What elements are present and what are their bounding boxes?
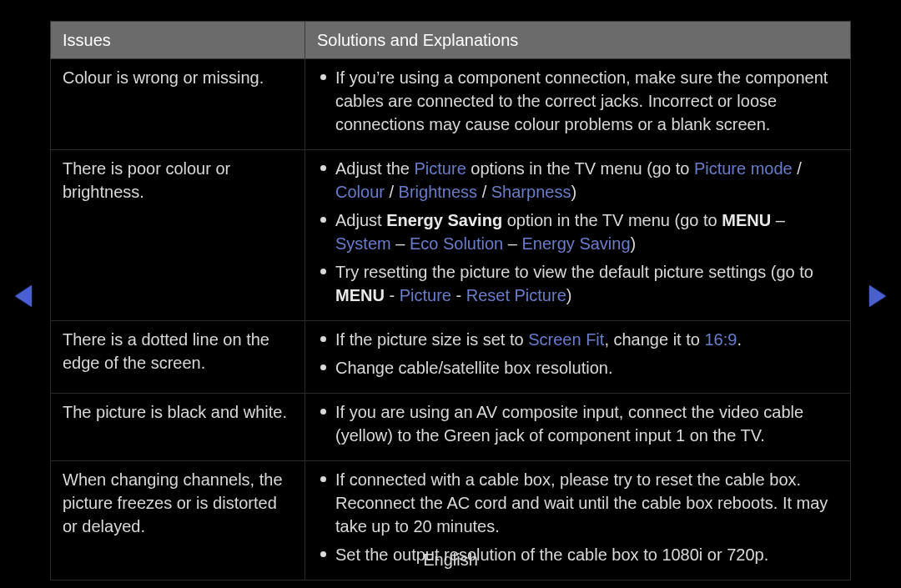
solution-item: Adjust Energy Saving option in the TV me…	[312, 209, 838, 255]
text-segment: option in the TV menu (go to	[502, 211, 722, 229]
solution-item: Change cable/satellite box resolution.	[312, 356, 838, 379]
solution-item: Adjust the Picture options in the TV men…	[312, 157, 838, 204]
text-segment: .	[737, 330, 742, 349]
bold-term: MENU	[335, 286, 385, 304]
next-page-arrow-icon[interactable]	[869, 285, 886, 307]
issue-cell: There is a dotted line on the edge of th…	[51, 321, 305, 393]
highlighted-term: Energy Saving	[521, 234, 630, 253]
solution-list: If you’re using a component connection, …	[312, 66, 838, 136]
text-segment: If the picture size is set to	[335, 330, 528, 349]
text-segment: /	[385, 183, 399, 201]
solution-item: Try resetting the picture to view the de…	[312, 260, 838, 307]
solution-list: If the picture size is set to Screen Fit…	[312, 328, 838, 379]
table-row: Colour is wrong or missing.If you’re usi…	[50, 59, 851, 150]
text-segment: /	[477, 183, 491, 201]
issue-cell: The picture is black and white.	[51, 394, 305, 460]
highlighted-term: System	[335, 234, 391, 253]
troubleshooting-table: Issues Solutions and Explanations Colour…	[50, 21, 851, 580]
text-segment: If you’re using a component connection, …	[335, 68, 828, 133]
prev-page-arrow-icon[interactable]	[15, 285, 32, 307]
solution-item: If you are using an AV composite input, …	[312, 400, 838, 447]
solution-cell: If you are using an AV composite input, …	[305, 394, 850, 460]
table-header: Issues Solutions and Explanations	[50, 21, 851, 59]
text-segment: -	[451, 286, 466, 304]
highlighted-term: Picture	[415, 159, 466, 178]
highlighted-term: Colour	[335, 183, 385, 201]
highlighted-term: Brightness	[399, 183, 478, 201]
text-segment: , change it to	[604, 330, 704, 349]
table-row: The picture is black and white.If you ar…	[50, 394, 851, 461]
highlighted-term: Picture	[400, 286, 451, 304]
highlighted-term: Sharpness	[491, 183, 571, 201]
issue-cell: There is poor colour or brightness.	[51, 150, 305, 320]
highlighted-term: Picture mode	[694, 159, 793, 178]
highlighted-term: Reset Picture	[466, 286, 566, 304]
text-segment: Adjust	[335, 211, 386, 229]
language-label: English	[0, 548, 901, 571]
header-solutions: Solutions and Explanations	[305, 22, 850, 58]
text-segment: –	[391, 234, 410, 253]
solution-cell: If the picture size is set to Screen Fit…	[305, 321, 850, 393]
text-segment: Change cable/satellite box resolution.	[335, 359, 612, 377]
bold-term: MENU	[722, 211, 771, 229]
text-segment: options in the TV menu (go to	[466, 159, 694, 178]
solution-cell: If you’re using a component connection, …	[305, 59, 850, 149]
text-segment: )	[571, 183, 576, 201]
text-segment: )	[631, 234, 637, 253]
text-segment: –	[503, 234, 521, 253]
text-segment: Adjust the	[335, 159, 415, 178]
text-segment: If connected with a cable box, please tr…	[335, 470, 828, 535]
bold-term: Energy Saving	[386, 211, 502, 229]
issue-cell: Colour is wrong or missing.	[51, 59, 305, 149]
solution-list: Adjust the Picture options in the TV men…	[312, 157, 838, 307]
solution-cell: Adjust the Picture options in the TV men…	[305, 150, 850, 320]
highlighted-term: Screen Fit	[528, 330, 604, 349]
table-row: There is a dotted line on the edge of th…	[50, 321, 851, 394]
highlighted-term: 16:9	[704, 330, 737, 349]
text-segment: /	[793, 159, 802, 178]
text-segment: -	[385, 286, 400, 304]
text-segment: Try resetting the picture to view the de…	[335, 263, 813, 281]
page: Issues Solutions and Explanations Colour…	[0, 0, 901, 588]
header-issues: Issues	[51, 22, 305, 58]
text-segment: )	[566, 286, 572, 304]
highlighted-term: Eco Solution	[410, 234, 503, 253]
solution-item: If you’re using a component connection, …	[312, 66, 838, 136]
solution-list: If you are using an AV composite input, …	[312, 400, 838, 447]
table-row: There is poor colour or brightness.Adjus…	[50, 150, 851, 321]
text-segment: –	[771, 211, 785, 229]
solution-item: If the picture size is set to Screen Fit…	[312, 328, 838, 351]
text-segment: If you are using an AV composite input, …	[335, 403, 803, 445]
solution-item: If connected with a cable box, please tr…	[312, 468, 838, 538]
